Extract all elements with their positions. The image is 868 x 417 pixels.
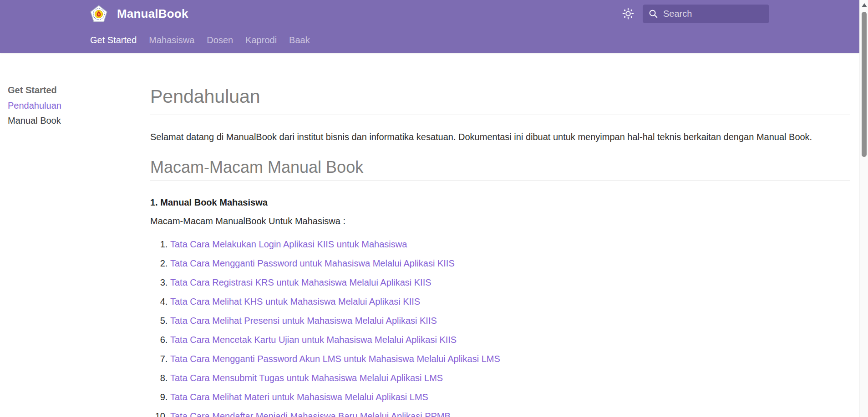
list-item: Tata Cara Mencetak Kartu Ujian untuk Mah… (170, 330, 850, 349)
sidebar-item-pendahuluan[interactable]: Pendahuluan (8, 100, 132, 111)
list-item: Tata Cara Registrasi KRS untuk Mahasiswa… (170, 273, 850, 292)
section-title: Macam-Macam Manual Book (150, 158, 850, 176)
page-title: Pendahuluan (150, 86, 850, 107)
list-item: Tata Cara Mengganti Password Akun LMS un… (170, 349, 850, 368)
doc-link[interactable]: Tata Cara Mengganti Password untuk Mahas… (170, 258, 455, 268)
subsection-title: 1. Manual Book Mahasiswa (150, 197, 850, 208)
navbar-right-group (621, 5, 769, 23)
nav-tab-get-started[interactable]: Get Started (90, 35, 137, 45)
list-item: Tata Cara Melihat Presensi untuk Mahasis… (170, 311, 850, 330)
nav-tab-mahasiswa[interactable]: Mahasiswa (149, 35, 194, 45)
doc-link[interactable]: Tata Cara Registrasi KRS untuk Mahasiswa… (170, 277, 431, 287)
sun-icon (622, 8, 634, 20)
doc-link[interactable]: Tata Cara Melihat KHS untuk Mahasiswa Me… (170, 296, 420, 306)
doc-layout: Get Started Pendahuluan Manual Book Pend… (0, 53, 859, 417)
navbar: ManualBook (0, 0, 859, 53)
list-item: Tata Cara Mengganti Password untuk Mahas… (170, 254, 850, 273)
scrollbar-up-arrow[interactable] (862, 3, 867, 7)
nav-tab-baak[interactable]: Baak (289, 35, 310, 45)
doc-link[interactable]: Tata Cara Mengganti Password Akun LMS un… (170, 354, 500, 364)
doc-link[interactable]: Tata Cara Mencetak Kartu Ujian untuk Mah… (170, 335, 457, 345)
divider (150, 115, 850, 115)
sidebar-item-manual-book[interactable]: Manual Book (8, 116, 132, 126)
doc-link[interactable]: Tata Cara Melakukan Login Aplikasi KIIS … (170, 239, 407, 249)
divider (150, 180, 850, 181)
nav-tab-dosen[interactable]: Dosen (207, 35, 233, 45)
list-item: Tata Cara Melihat KHS untuk Mahasiswa Me… (170, 292, 850, 311)
scrollbar[interactable] (859, 0, 868, 417)
brand-link[interactable]: ManualBook (90, 5, 188, 23)
navbar-container: ManualBook (90, 0, 769, 53)
intro-paragraph: Selamat datang di ManualBook dari instit… (150, 131, 850, 142)
doc-link[interactable]: Tata Cara Mensubmit Tugas untuk Mahasisw… (170, 373, 443, 383)
manual-book-list: Tata Cara Melakukan Login Aplikasi KIIS … (150, 235, 850, 417)
sidebar: Get Started Pendahuluan Manual Book (0, 53, 137, 417)
navbar-tabs: Get Started Mahasiswa Dosen Kaprodi Baak (90, 27, 769, 53)
list-item: Tata Cara Mensubmit Tugas untuk Mahasisw… (170, 368, 850, 387)
sidebar-section-label: Get Started (8, 85, 132, 95)
doc-link[interactable]: Tata Cara Melihat Materi untuk Mahasiswa… (170, 392, 428, 402)
search-icon (648, 9, 658, 19)
brand-title: ManualBook (117, 7, 188, 21)
scrollbar-thumb[interactable] (862, 12, 867, 157)
navbar-top-row: ManualBook (90, 0, 769, 27)
subsection-intro: Macam-Macam ManualBook Untuk Mahasiswa : (150, 216, 850, 226)
page: ManualBook (0, 0, 868, 417)
doc-content: Pendahuluan Selamat datang di ManualBook… (137, 53, 859, 417)
list-item: Tata Cara Melihat Materi untuk Mahasiswa… (170, 387, 850, 407)
list-item: Tata Cara Mendaftar Menjadi Mahasiswa Ba… (170, 407, 850, 417)
doc-link[interactable]: Tata Cara Melihat Presensi untuk Mahasis… (170, 316, 437, 326)
nav-tab-kaprodi[interactable]: Kaprodi (245, 35, 277, 45)
search-input[interactable] (663, 9, 764, 19)
list-item: Tata Cara Melakukan Login Aplikasi KIIS … (170, 235, 850, 254)
university-logo-icon (90, 5, 107, 23)
search-box (643, 5, 769, 23)
doc-link[interactable]: Tata Cara Mendaftar Menjadi Mahasiswa Ba… (170, 411, 451, 417)
theme-toggle-button[interactable] (621, 6, 635, 21)
